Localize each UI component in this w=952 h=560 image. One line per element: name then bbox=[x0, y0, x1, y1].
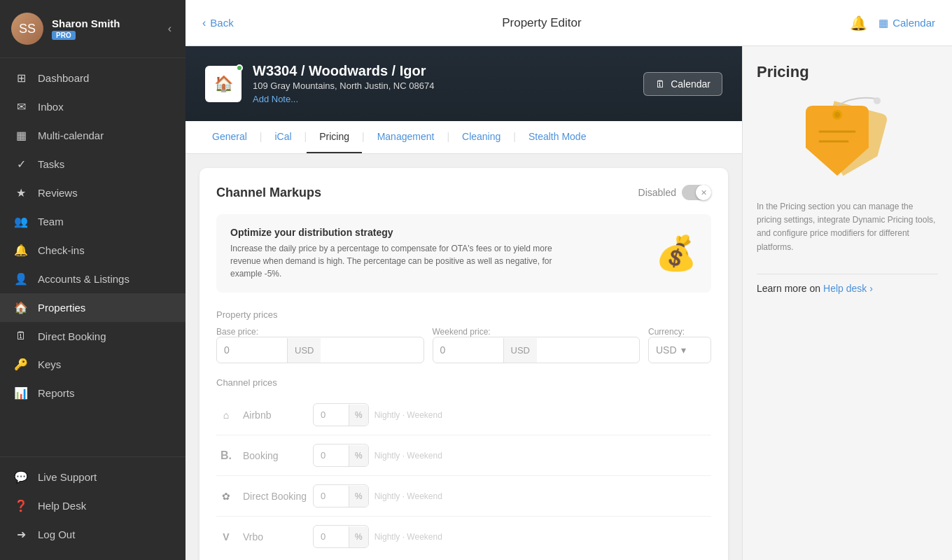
base-price-group: Base price: USD bbox=[216, 327, 424, 363]
topbar-calendar-button[interactable]: ▦ Calendar bbox=[878, 17, 935, 29]
property-details: W3304 / Woodwards / Igor 109 Gray Mounta… bbox=[253, 63, 434, 104]
card-header: Channel Markups Disabled ✕ bbox=[216, 185, 711, 200]
sidebar-footer: 💬 Live Support ❓ Help Desk ➜ Log Out bbox=[0, 456, 186, 560]
base-price-suffix: USD bbox=[287, 338, 321, 363]
airbnb-name: Airbnb bbox=[243, 410, 313, 421]
sidebar-item-reviews[interactable]: ★ Reviews bbox=[0, 178, 186, 207]
sidebar-item-team[interactable]: 👥 Team bbox=[0, 207, 186, 236]
property-prices-section: Property prices Base price: USD Weekend bbox=[216, 309, 711, 363]
promo-description: Increase the daily price by a percentage… bbox=[230, 242, 566, 280]
sidebar-item-label: Direct Booking bbox=[38, 330, 106, 342]
properties-icon: 🏠 bbox=[14, 301, 28, 314]
property-calendar-button[interactable]: 🗓 Calendar bbox=[643, 72, 722, 96]
help-prefix: Learn more on bbox=[757, 283, 820, 294]
sidebar-item-accounts-listings[interactable]: 👤 Accounts & Listings bbox=[0, 265, 186, 293]
tab-pricing[interactable]: Pricing bbox=[307, 121, 362, 153]
notifications-bell-icon[interactable]: 🔔 bbox=[850, 15, 867, 31]
back-button[interactable]: ‹ Back bbox=[202, 17, 234, 29]
topbar-actions: 🔔 ▦ Calendar bbox=[850, 15, 935, 31]
editor-main: 🏠 W3304 / Woodwards / Igor 109 Gray Moun… bbox=[186, 46, 742, 560]
sidebar: SS Sharon Smith PRO ‹ ⊞ Dashboard ✉ Inbo… bbox=[0, 0, 186, 560]
topbar-calendar-label: Calendar bbox=[892, 17, 935, 29]
airbnb-input[interactable] bbox=[314, 404, 349, 426]
vrbo-info: Nightly · Weekend bbox=[374, 532, 442, 542]
calendar-icon: ▦ bbox=[14, 129, 28, 142]
direct-booking-input[interactable] bbox=[314, 485, 349, 507]
sidebar-item-dashboard[interactable]: ⊞ Dashboard bbox=[0, 64, 186, 92]
booking-info: Nightly · Weekend bbox=[374, 451, 442, 461]
tab-cleaning[interactable]: Cleaning bbox=[449, 121, 513, 153]
sidebar-item-reports[interactable]: 📊 Reports bbox=[0, 379, 186, 407]
booking-suffix: % bbox=[349, 445, 368, 466]
sidebar-item-tasks[interactable]: ✓ Tasks bbox=[0, 150, 186, 178]
booking-input[interactable] bbox=[314, 444, 349, 466]
accounts-icon: 👤 bbox=[14, 272, 28, 286]
add-note-link[interactable]: Add Note... bbox=[253, 94, 434, 104]
online-status-dot bbox=[236, 64, 243, 71]
sidebar-item-properties[interactable]: 🏠 Properties bbox=[0, 293, 186, 322]
currency-label: Currency: bbox=[648, 327, 711, 337]
weekend-price-group: Weekend price: USD bbox=[433, 327, 640, 363]
booking-input-wrap: % bbox=[313, 444, 369, 467]
coins-icon: 💰 bbox=[655, 234, 697, 273]
tab-general[interactable]: General bbox=[200, 121, 260, 153]
sidebar-item-log-out[interactable]: ➜ Log Out bbox=[0, 520, 186, 549]
weekend-price-input[interactable] bbox=[433, 337, 503, 363]
sidebar-item-inbox[interactable]: ✉ Inbox bbox=[0, 92, 186, 121]
vrbo-logo: V bbox=[216, 527, 236, 547]
sidebar-item-label: Multi-calendar bbox=[38, 130, 104, 141]
promo-text: Optimize your distribution strategy Incr… bbox=[230, 227, 566, 280]
pricing-illustration bbox=[757, 95, 938, 186]
sidebar-item-keys[interactable]: 🔑 Keys bbox=[0, 350, 186, 379]
property-address: 109 Gray Mountains, North Justin, NC 086… bbox=[253, 80, 434, 91]
sidebar-item-check-ins[interactable]: 🔔 Check-ins bbox=[0, 236, 186, 265]
tab-ical[interactable]: iCal bbox=[262, 121, 304, 153]
user-name: Sharon Smith bbox=[52, 18, 120, 29]
tab-general-label: General bbox=[212, 131, 247, 142]
chevron-down-icon: ▾ bbox=[681, 344, 686, 356]
sidebar-header: SS Sharon Smith PRO ‹ bbox=[0, 0, 186, 58]
airbnb-info: Nightly · Weekend bbox=[374, 410, 442, 420]
right-panel-title: Pricing bbox=[757, 63, 938, 81]
sidebar-item-label: Log Out bbox=[38, 528, 75, 540]
weekend-price-suffix: USD bbox=[503, 338, 537, 363]
tab-management[interactable]: Management bbox=[365, 121, 447, 153]
currency-select[interactable]: USD ▾ bbox=[648, 337, 711, 363]
base-price-input-wrap: USD bbox=[216, 337, 424, 363]
dashboard-icon: ⊞ bbox=[14, 71, 28, 85]
sidebar-item-help-desk[interactable]: ❓ Help Desk bbox=[0, 491, 186, 520]
sidebar-item-label: Help Desk bbox=[38, 500, 86, 512]
sidebar-item-direct-booking[interactable]: 🗓 Direct Booking bbox=[0, 322, 186, 350]
tab-ical-label: iCal bbox=[274, 131, 291, 142]
channel-prices-section: Channel prices ⌂ Airbnb % Nightly · Week… bbox=[216, 377, 711, 556]
property-info: 🏠 W3304 / Woodwards / Igor 109 Gray Moun… bbox=[205, 63, 434, 104]
sidebar-item-live-support[interactable]: 💬 Live Support bbox=[0, 463, 186, 491]
channel-markups-toggle[interactable]: ✕ bbox=[682, 185, 711, 200]
vrbo-name: Vrbo bbox=[243, 531, 313, 542]
tab-stealth-mode[interactable]: Stealth Mode bbox=[516, 121, 599, 153]
sidebar-item-label: Team bbox=[38, 216, 64, 227]
reviews-icon: ★ bbox=[14, 186, 28, 200]
inbox-icon: ✉ bbox=[14, 100, 28, 113]
sidebar-item-label: Reports bbox=[38, 387, 75, 399]
reports-icon: 📊 bbox=[14, 386, 28, 400]
toggle-wrap: Disabled ✕ bbox=[638, 185, 711, 200]
sidebar-item-multi-calendar[interactable]: ▦ Multi-calendar bbox=[0, 121, 186, 150]
sidebar-item-label: Accounts & Listings bbox=[38, 273, 130, 285]
tab-pricing-label: Pricing bbox=[319, 131, 349, 142]
sidebar-item-label: Properties bbox=[38, 302, 85, 314]
page-title: Property Editor bbox=[234, 16, 850, 30]
user-info: Sharon Smith PRO bbox=[52, 18, 120, 40]
currency-value: USD bbox=[656, 344, 677, 356]
collapse-sidebar-button[interactable]: ‹ bbox=[165, 20, 174, 38]
back-label: Back bbox=[210, 17, 233, 29]
vrbo-input[interactable] bbox=[314, 526, 349, 547]
toggle-knob: ✕ bbox=[696, 185, 711, 200]
svg-point-4 bbox=[874, 97, 881, 104]
svg-point-1 bbox=[834, 112, 840, 118]
help-desk-link[interactable]: Help desk bbox=[823, 283, 867, 294]
sidebar-item-label: Reviews bbox=[38, 187, 78, 199]
base-price-input[interactable] bbox=[217, 337, 287, 363]
sidebar-item-label: Live Support bbox=[38, 471, 97, 483]
sidebar-item-label: Keys bbox=[38, 358, 61, 370]
